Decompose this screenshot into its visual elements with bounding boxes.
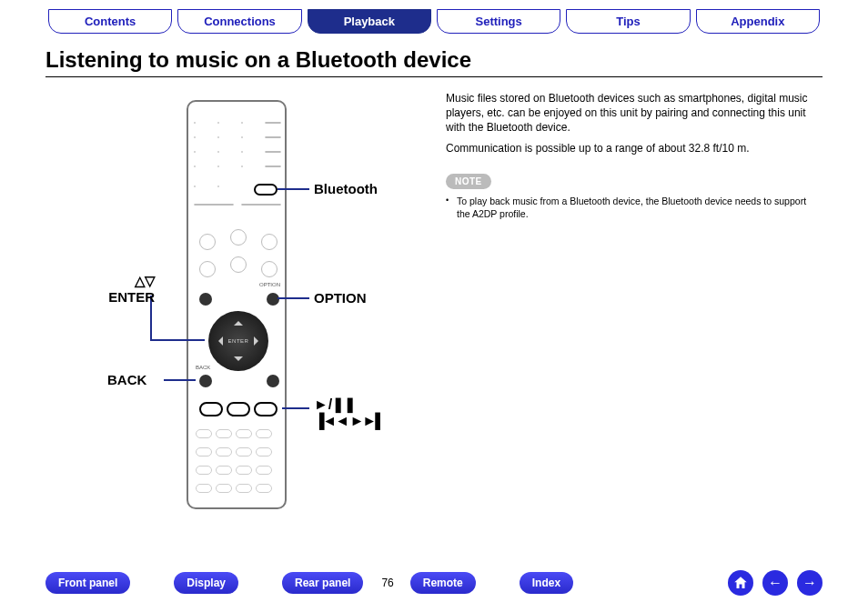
callout-prev-next-symbol: ▐◄◄ ►►▌ — [314, 413, 383, 429]
remote-back-button — [199, 375, 212, 387]
remote-transport-row — [197, 402, 279, 418]
lead-back — [164, 379, 196, 381]
lead-enter — [150, 339, 205, 341]
prev-page-icon[interactable]: ← — [762, 570, 788, 596]
tab-tips[interactable]: Tips — [566, 9, 690, 34]
footer-index-button[interactable]: Index — [520, 572, 573, 594]
remote-diagram: OPTION BACK — [45, 91, 428, 527]
remote-prev-button — [199, 402, 223, 416]
footer-display-button[interactable]: Display — [174, 572, 238, 594]
tab-contents[interactable]: Contents — [48, 9, 172, 34]
tab-appendix[interactable]: Appendix — [696, 9, 820, 34]
lead-bluetooth — [278, 188, 309, 190]
tab-playback[interactable]: Playback — [308, 9, 431, 34]
footer-front-panel-button[interactable]: Front panel — [45, 572, 130, 594]
remote-setup-button — [267, 375, 279, 387]
remote-outline: OPTION BACK — [187, 100, 287, 509]
callout-back: BACK — [107, 372, 146, 387]
body-text: Music files stored on Bluetooth devices … — [446, 91, 819, 221]
note-badge: NOTE — [446, 174, 491, 190]
remote-next-button — [254, 402, 278, 416]
note-item-1: To play back music from a Bluetooth devi… — [446, 195, 819, 220]
footer-bar: Front panel Display Rear panel 76 Remote… — [45, 570, 823, 596]
callout-bluetooth: Bluetooth — [314, 181, 378, 196]
remote-info-button — [199, 293, 212, 306]
page-number: 76 — [381, 577, 393, 589]
next-page-icon[interactable]: → — [797, 570, 823, 596]
remote-play-pause-button — [227, 402, 250, 416]
body-para-2: Communication is possible up to a range … — [446, 141, 819, 156]
tab-settings[interactable]: Settings — [437, 9, 560, 34]
lead-option — [278, 297, 309, 299]
callout-play-pause-symbol: ►/❚❚ — [314, 396, 383, 413]
title-rule — [45, 76, 823, 77]
tab-connections[interactable]: Connections — [177, 9, 301, 34]
callout-option: OPTION — [314, 290, 367, 306]
remote-dpad — [208, 311, 268, 371]
footer-remote-button[interactable]: Remote — [410, 572, 476, 594]
remote-option-button — [267, 293, 279, 306]
page-title: Listening to music on a Bluetooth device — [45, 47, 471, 73]
body-para-1: Music files stored on Bluetooth devices … — [446, 91, 819, 135]
footer-rear-panel-button[interactable]: Rear panel — [282, 572, 363, 594]
home-icon[interactable] — [728, 570, 753, 596]
callout-enter: ENTER — [108, 289, 155, 305]
remote-bluetooth-button — [254, 184, 278, 196]
lead-transport — [282, 407, 309, 409]
callout-enter-arrows: △▽ — [135, 273, 155, 288]
top-tab-bar: Contents Connections Playback Settings T… — [45, 9, 823, 34]
